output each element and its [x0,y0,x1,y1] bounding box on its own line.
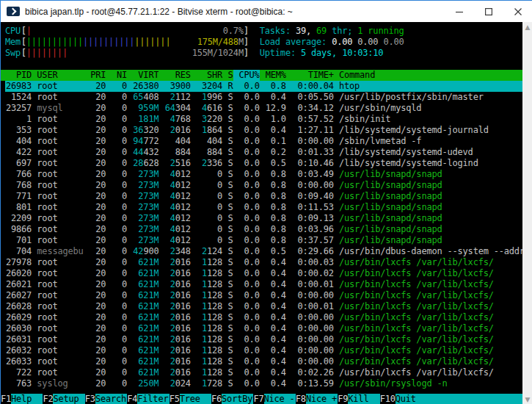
tasks-line: Tasks: 39, 69 thr; 1 running [260,26,404,37]
maximize-button[interactable] [474,1,503,22]
cell-user: root [32,323,84,334]
cell-mem: 0.4 [260,125,286,136]
process-row[interactable]: 26033root200621M20161128S0.00.40:00.00/u… [5,356,522,367]
fn-key-f3[interactable]: F3 [85,394,95,404]
fn-key-f6[interactable]: F6 [211,394,222,404]
fn-label-setup[interactable]: Setup [53,394,84,404]
process-row[interactable]: 26020root200621M20161128S0.00.40:00.02/u… [5,268,522,279]
process-row[interactable]: 2209root200273M40120S0.00.80:09.13/usr/l… [5,213,522,224]
cell-virt: 44432 [127,147,158,158]
process-row[interactable]: 26032root200621M20161128S0.00.40:00.00/u… [5,345,522,356]
process-row[interactable]: 404root20094772404404S0.00.10:00.00/sbin… [5,136,522,147]
cell-command: /lib/systemd/systemd-journald [334,125,522,136]
fn-label-kill[interactable]: Kill [348,394,379,404]
cell-mem: 0.8 [260,213,286,224]
cell-command: /usr/bin/lxcfs /var/lib/lxcfs/ [334,312,522,323]
cell-state: S [222,345,233,356]
cell-time: 0:00.00 [286,323,334,334]
process-row[interactable]: 771root200273M40120S0.00.80:09.40/usr/li… [5,191,522,202]
fn-label-tree[interactable]: Tree [180,394,211,404]
process-row[interactable]: 26021root200621M20161128S0.00.40:00.01/u… [5,279,522,290]
column-header-pid[interactable]: PID [5,70,32,81]
process-row[interactable]: 26030root200621M20161128S0.00.40:00.00/u… [5,323,522,334]
cell-ni: 0 [106,323,127,334]
cell-cpu: 0.0 [233,103,260,114]
process-row[interactable]: 1524root2006540821121996S0.00.40:05.50/u… [5,92,522,103]
process-row[interactable]: 27978root200621M20161128S0.00.40:00.03/u… [5,257,522,268]
cell-pri: 20 [84,334,106,345]
cell-command: /usr/bin/lxcfs /var/lib/lxcfs/ [334,268,522,279]
title-bar[interactable]: bibica japan.tlp - root@45.77.21.1:22 - … [1,1,532,22]
cell-pri: 20 [84,279,106,290]
fn-key-f5[interactable]: F5 [170,394,180,404]
fn-label-sortby[interactable]: SortBy [222,394,253,404]
process-row[interactable]: 422root20044432884884S0.00.20:01.33/lib/… [5,147,522,158]
process-row[interactable]: 768root200273M40120S0.00.80:00.00/usr/li… [5,180,522,191]
scroll-up-icon[interactable]: ▲ [522,22,532,32]
cell-ni: 0 [106,301,127,312]
process-row[interactable]: 26029root200621M20161128S0.00.40:00.00/u… [5,312,522,323]
process-row[interactable]: 26027root200621M20161128S0.00.40:00.00/u… [5,290,522,301]
process-row[interactable]: 23257mysql200959M643044616S0.012.90:34.1… [5,103,522,114]
process-row[interactable]: 801root200273M40120S0.00.80:11.53/usr/li… [5,202,522,213]
cell-user: root [32,290,84,301]
cell-res: 2016 [158,312,190,323]
process-row[interactable]: 701root200273M40120S0.00.80:37.57/usr/li… [5,235,522,246]
fn-key-f8[interactable]: F8 [296,394,306,404]
close-button[interactable] [503,1,532,22]
process-row[interactable]: 697root2002862825162336S0.00.50:10.46/li… [5,158,522,169]
column-header-ni[interactable]: NI [106,70,127,81]
cell-mem: 0.4 [260,312,286,323]
column-header-user[interactable]: USER [32,70,84,81]
column-header-virt[interactable]: VIRT [127,70,158,81]
cell-time: 0:05.50 [286,92,334,103]
process-row[interactable]: 26983root2002638039003204R0.00.80:00.04h… [5,81,522,92]
column-header-mem[interactable]: MEM% [260,70,286,81]
fn-label-quit[interactable]: Quit [396,394,427,404]
process-row[interactable]: 1root200181M47683220S0.01.00:57.52/sbin/… [5,114,522,125]
cell-mem: 0.4 [260,257,286,268]
process-row[interactable]: 26028root200621M20161128S0.00.40:00.01/u… [5,301,522,312]
fn-label-help[interactable]: Help [11,394,43,404]
column-header-res[interactable]: RES [158,70,190,81]
cell-shr: 1128 [191,345,222,356]
cell-ni: 0 [106,246,127,257]
scrollbar[interactable]: ▲ ▼ [522,22,532,404]
cell-ni: 0 [106,114,127,125]
column-header-s[interactable]: S [222,70,233,81]
column-header-cmd[interactable]: Command [334,70,522,81]
cell-command: /usr/bin/lxcfs /var/lib/lxcfs/ [334,345,522,356]
process-row[interactable]: 704messagebu2004290023482124S0.00.50:29.… [5,246,522,257]
cell-mem: 0.4 [260,378,286,389]
cell-ni: 0 [106,257,127,268]
process-row[interactable]: 722root200621M20161128S0.00.40:02.26/usr… [5,367,522,378]
process-row[interactable]: 26031root200621M20161128S0.00.40:00.00/u… [5,334,522,345]
process-row[interactable]: 353root2003632020161864S0.00.41:27.11/li… [5,125,522,136]
fn-label-search[interactable]: Search [95,394,127,404]
process-row[interactable]: 766root200273M40120S0.00.80:03.49/usr/li… [5,169,522,180]
fn-label-filter[interactable]: Filter [137,394,169,404]
cell-pri: 20 [84,224,106,235]
fn-label-nice[interactable]: Nice + [306,394,338,404]
process-row[interactable]: 9866root200273M40120S0.00.80:03.96/usr/l… [5,224,522,235]
column-header-cpu[interactable]: CPU% [233,70,260,81]
minimize-button[interactable] [445,1,474,22]
cell-mem: 0.4 [260,356,286,367]
fn-key-f2[interactable]: F2 [43,394,53,404]
cell-cpu: 0.0 [233,345,260,356]
fn-key-f10[interactable]: F10 [380,394,396,404]
fn-key-f4[interactable]: F4 [127,394,137,404]
cell-state: S [222,279,233,290]
column-header-pri[interactable]: PRI [84,70,106,81]
column-header-time[interactable]: TIME+ [286,70,334,81]
process-row[interactable]: 763syslog200250M20241728S0.00.40:13.59/u… [5,378,522,389]
fn-key-f9[interactable]: F9 [338,394,348,404]
cell-cpu: 0.0 [233,323,260,334]
column-header-shr[interactable]: SHR [191,70,222,81]
scroll-down-icon[interactable]: ▼ [522,394,532,404]
cell-pri: 20 [84,202,106,213]
cell-pri: 20 [84,158,106,169]
fn-key-f7[interactable]: F7 [253,394,263,404]
fn-label-nice[interactable]: Nice - [264,394,296,404]
fn-key-f1[interactable]: F1 [1,394,11,404]
